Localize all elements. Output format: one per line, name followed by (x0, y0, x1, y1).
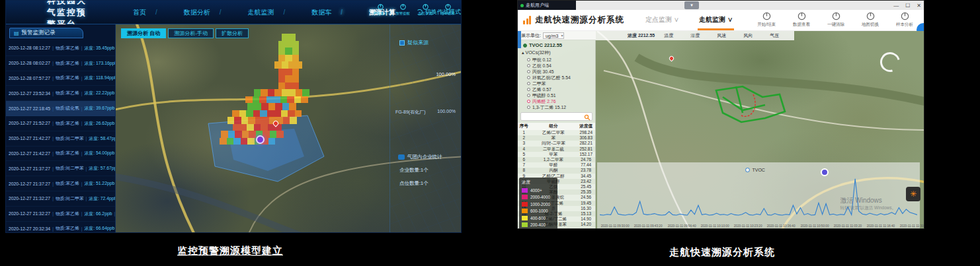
legend-swatch (522, 202, 528, 207)
tvoc-root-node[interactable]: TVOC 2212.55 (518, 40, 595, 49)
analysis-tab[interactable]: 溯源分析 自动 (121, 28, 166, 38)
legend-swatch (522, 209, 528, 213)
alert-records-tab[interactable]: ▤ 预警监测记录 (9, 28, 83, 38)
search-icon (584, 114, 591, 121)
left-caption: 监控预警溯源模型建立 (177, 245, 283, 257)
analysis-tab[interactable]: 溯源分析-手动 (168, 28, 214, 38)
minimize-button[interactable]: — (893, 3, 899, 9)
alert-record-row[interactable]: 2020-12-27 22:18:45| 物质:硫化氢| 浓度: 39.67pp… (6, 101, 115, 116)
quick-action-button[interactable]: 系统设置 (417, 3, 433, 17)
legend-item: 2000-4000 (522, 194, 555, 201)
factor-tree-item[interactable]: 环氧乙烷/乙醛 5.54 (518, 75, 595, 81)
driving-map[interactable]: 展示单位: ug/m3 浓度 2212.55 温度湿度风速风向气压 TVOC 2… (518, 31, 924, 228)
toolbar-button[interactable]: 数据查看 (793, 11, 810, 28)
weather-item[interactable]: 风向 (743, 32, 753, 39)
radio-icon (527, 76, 530, 79)
factor-row[interactable]: 3 间/对-二甲苯 282.21 (518, 141, 595, 146)
factor-row[interactable]: 2 苯 306.83 (518, 135, 595, 141)
right-app-window: 走航用户端 ▾ — ☐ ✕ 走航快速溯源分析系统 定点监测 ∨走航监测 ∨ (517, 0, 924, 229)
alert-record-row[interactable]: 2020-12-27 20:32:34| 物质:苯乙烯| 浓度: 66.64pp… (6, 222, 115, 232)
factor-row[interactable]: 5 甲苯 152.17 (518, 152, 595, 157)
factor-tree-item[interactable]: 甲硫醇 0.51 (518, 92, 595, 98)
series-marker-icon (745, 168, 750, 172)
unit-bar: 展示单位: ug/m3 (518, 31, 596, 40)
toolbar: 开始/结束 数据查看 一键清除 (757, 11, 913, 28)
stat-item: 企业数量:1个 (399, 167, 461, 174)
chart-legend[interactable]: TVOC (745, 168, 764, 172)
toolbar-button[interactable]: 一键清除 (827, 11, 844, 28)
nav-item[interactable]: 首页 (124, 8, 155, 17)
weather-item[interactable]: 湿度 (690, 32, 700, 39)
quick-action-button[interactable]: 预警提醒 (395, 3, 411, 17)
alert-record-row[interactable]: 2020-12-28 08:12:27| 物质:苯乙烯| 浓度: 35.45pp… (6, 41, 115, 56)
quick-action-button[interactable]: 退出登录 (440, 3, 456, 17)
nav-item[interactable]: 数据分析 (155, 8, 220, 17)
alert-record-row[interactable]: 2020-12-27 21:32:27| 物质:间二甲苯| 浓度: 72.4pp… (6, 191, 115, 207)
stats-list: 企业数量:1个点位数量:1个 (390, 167, 461, 187)
mode-tab[interactable]: 走航监测 ∨ (698, 10, 734, 30)
toolbar-button[interactable]: 开始/结束 (757, 11, 776, 28)
panel-collapse-handle[interactable] (518, 31, 521, 48)
factor-tree-list: 甲烷 0.12 乙烷 0.54 丙烷 30.45 (518, 57, 595, 110)
stats-header: 气团内企业统计 (398, 154, 461, 160)
toolbar-button[interactable]: 地图切换 (862, 11, 879, 28)
quick-action-icon (422, 3, 429, 11)
chart-x-axis: 2020-11-11 09:30:002020-11-11 09:43:2020… (598, 224, 919, 228)
close-button[interactable]: ✕ (917, 3, 921, 9)
x-tick-label: 2020-11-11 10:50:00 (800, 224, 829, 227)
alert-record-row[interactable]: 2020-12-27 23:52:34| 物质:苯乙烯| 浓度: 22.22pp… (6, 86, 115, 101)
unit-select[interactable]: ug/m3 (543, 32, 564, 39)
source-result-row[interactable]: FG-89(石化厂) 100.00% (390, 109, 461, 116)
x-tick-label: 2020-11-11 11:03:20 (834, 224, 862, 227)
pollen-widget-icon[interactable]: ✳ (906, 187, 920, 201)
legend-item: 400-600 (522, 215, 555, 222)
quick-action-button[interactable]: 声音提示 (372, 3, 388, 17)
maximize-button[interactable]: ☐ (905, 3, 910, 9)
factor-tree-item[interactable]: 甲烷 0.12 (518, 57, 595, 63)
alert-record-row[interactable]: 2020-12-28 07:57:27| 物质:苯乙烯| 浓度: 118.94p… (6, 71, 115, 86)
vocs-group-node[interactable]: ▴ VOCs(32种) (518, 50, 595, 56)
radio-icon (527, 94, 530, 97)
x-tick-label: 2020-11-11 09:30:00 (601, 224, 630, 227)
factor-tree-item[interactable]: 乙烷 0.54 (518, 63, 595, 69)
factor-tree-item[interactable]: 1,3-丁二烯 15.12 (518, 104, 595, 110)
x-tick-label: 2020-11-11 10:10:00 (701, 224, 729, 227)
stat-item: 点位数量:1个 (399, 180, 461, 187)
factor-tree-item[interactable]: 乙烯 0.57 (518, 86, 595, 92)
weather-item[interactable]: 气压 (770, 32, 779, 39)
panel-icon (399, 40, 405, 46)
weather-item[interactable]: 温度 (664, 32, 673, 39)
alert-record-row[interactable]: 2020-12-27 21:42:27| 物质:间二甲苯| 浓度: 58.47p… (6, 131, 115, 147)
mode-tab[interactable]: 定点监测 ∨ (644, 10, 680, 30)
alert-record-row[interactable]: 2020-12-27 21:37:27| 物质:苯乙烯| 浓度: 51.22pp… (6, 176, 115, 191)
source-marker[interactable] (256, 135, 265, 144)
analysis-tab[interactable]: 扩散分析 (216, 28, 249, 38)
alert-record-row[interactable]: 2020-12-28 08:02:27| 物质:苯乙烯| 浓度: 173.16p… (6, 56, 115, 71)
factor-row[interactable]: 1 乙烯/二甲苯 298.24 (518, 130, 595, 135)
concentration-readout: 浓度 2212.55 (628, 32, 655, 39)
window-title-chip: 走航用户端 (518, 1, 576, 10)
nav-item[interactable]: 数据车 (283, 8, 341, 17)
alert-record-row[interactable]: 2020-12-27 21:52:27| 物质:苯乙烯| 浓度: 26.62pp… (6, 116, 115, 131)
factor-row[interactable]: 8 丙酮 23.78 (518, 168, 595, 173)
column-header: 组分 (530, 123, 577, 130)
alert-record-row[interactable]: 2020-12-27 21:32:27| 物质:苯乙烯| 浓度: 66.2ppb… (6, 207, 115, 222)
factor-search-input[interactable] (520, 112, 592, 121)
factor-row[interactable]: 6 1,2-二甲苯 24.76 (518, 157, 595, 162)
nav-item[interactable]: 走航监测 (220, 8, 284, 17)
radio-selected-icon (523, 44, 527, 48)
satellite-map[interactable]: 溯源分析 自动溯源分析-手动扩散分析 疑似来源 100.00% FG-89(石化… (116, 24, 461, 232)
radio-icon (527, 58, 530, 61)
factor-row[interactable]: 4 二甲基二硫 252.81 (518, 147, 595, 152)
alert-record-row[interactable]: 2020-12-27 21:42:27| 物质:苯乙烯| 浓度: 54.00pp… (6, 147, 115, 162)
vehicle-marker[interactable] (821, 168, 829, 176)
factor-tree-item[interactable]: 二甲苯 (518, 81, 595, 86)
weather-item[interactable]: 风速 (717, 32, 726, 39)
app-logo-icon (523, 16, 531, 24)
toolbar-button[interactable]: 样本分析 (896, 11, 913, 28)
factor-row[interactable]: 7 甲醛 77.44 (518, 162, 595, 168)
alert-record-row[interactable]: 2020-12-27 21:37:27| 物质:间二甲苯| 浓度: 57.67p… (6, 161, 115, 176)
x-tick-label: 2020-11-11 11:16:40 (866, 224, 894, 227)
titlebar-dropdown[interactable]: ▾ (684, 1, 699, 9)
right-app-header: 走航快速溯源分析系统 定点监测 ∨走航监测 ∨ 开始/结束 (518, 10, 924, 31)
